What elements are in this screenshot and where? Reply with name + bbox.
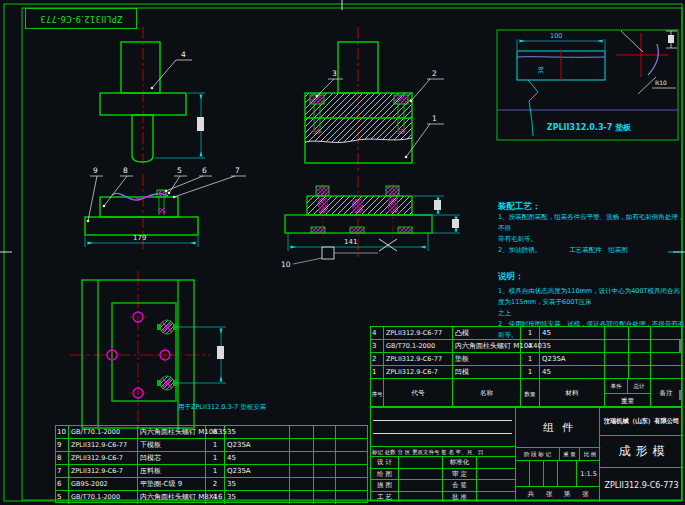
drawing-number: ZPLII312.9-C6-773 <box>600 468 683 502</box>
title-block-middle: 组件 阶 段 标 记 重 量 比 例 1:1.5 共 张 第 张 <box>516 408 600 502</box>
role-process: 工 艺 <box>371 492 399 503</box>
bom-unit-weight <box>605 366 629 378</box>
callout-9: 9 <box>93 166 98 175</box>
bom-note <box>651 327 681 339</box>
table-row: 4 ZPLII312.9-C6-77 凸模 1 45 <box>371 327 681 340</box>
signature-cell <box>399 469 443 480</box>
bom-seq: 2 <box>371 353 384 365</box>
bom-qty: 1 <box>521 353 540 365</box>
bom-material: 35 <box>540 340 605 352</box>
product-name: 成形模 <box>600 436 683 468</box>
dim-text-blob <box>197 117 204 131</box>
bom-note <box>336 465 367 477</box>
bom-qty: 1 <box>206 439 225 451</box>
role-standardization: 标准化 <box>443 457 477 468</box>
bom-seq: 3 <box>371 340 384 352</box>
bom-code: ZPLII312.9-C6-7 <box>69 465 138 477</box>
bom-code: ZPLII312.9-C6-7 <box>69 452 138 464</box>
callout-4: 4 <box>181 50 186 59</box>
view-lowerdie-front: 179 <box>85 174 246 252</box>
bom-code: GB/T70.1-2000 <box>69 491 138 504</box>
bom-unit-weight <box>290 439 314 451</box>
callout-2: 2 <box>432 69 437 78</box>
bom-code: ZPLII312.9-C6-77 <box>384 327 453 339</box>
bom-header-row: 序号 代号 名称 数量 材料 单件 总计 重量 备注 <box>371 379 681 408</box>
bom-note <box>336 478 367 490</box>
table-row: 3 GB/T70.1-2000 内六角圆柱头螺钉 M10X40 4 35 <box>371 340 681 353</box>
bom-header-material: 材料 <box>540 379 605 408</box>
role-examine: 审 定 <box>443 469 477 480</box>
note-line: 1、按装配图装配，组装各件应平整、流畅，如有毛刺倒角处理，不得 <box>498 212 685 234</box>
table-row: 2 ZPLII312.9-C6-77 垫板 1 Q235A <box>371 353 681 366</box>
bom-note <box>651 366 681 378</box>
section-x-mark <box>379 239 397 251</box>
leaders <box>87 176 246 222</box>
note-line: 2、加油防锈。 工艺装配件 组装图 <box>498 245 685 256</box>
scale-header: 比 例 <box>580 448 600 460</box>
bom-name: 凸模 <box>453 327 521 339</box>
stage-header-row: 阶 段 标 记 重 量 比 例 <box>516 448 600 461</box>
callout-6: 6 <box>202 166 207 175</box>
bom-name: 内六角圆柱头螺钉 M10X40 <box>453 340 521 352</box>
callout-7: 7 <box>235 166 240 175</box>
bom-qty: 1 <box>521 366 540 378</box>
bom-total-weight <box>629 340 651 352</box>
bom-material: Q235A <box>540 353 605 365</box>
stage-cell <box>530 461 544 486</box>
datum-square <box>322 247 334 259</box>
role-trace: 描 图 <box>371 480 399 491</box>
bom-material: Q235A <box>225 439 290 451</box>
table-row: 7 ZPLII312.9-C6-7 压料板 1 Q235A <box>56 465 367 478</box>
bom-table-upper: 4 ZPLII312.9-C6-77 凸模 1 45 3 GB/T70.1-20… <box>370 326 682 407</box>
table-row: 10 GB/T70.1-2000 内六角圆柱头螺钉 M10X35 6 35 <box>56 426 367 439</box>
bom-header-total: 总计 <box>628 379 650 393</box>
bom-total-weight <box>629 366 651 378</box>
revision-rows <box>371 408 516 447</box>
bom-seq: 9 <box>56 439 69 451</box>
bom-name: 压料板 <box>138 465 206 477</box>
bom-code: ZPLII312.9-C6-77 <box>69 439 138 451</box>
bom-seq: 10 <box>56 426 69 438</box>
title-block-right: 汶瑞机械（山东）有限公司 成形模 ZPLII312.9-C6-773 <box>600 408 683 502</box>
small-screw <box>157 190 166 215</box>
bom-total-weight <box>629 353 651 365</box>
bom-material: 45 <box>540 366 605 378</box>
bom-code: ZPLII312.9-C6-77 <box>384 353 453 365</box>
bom-material: 35 <box>225 426 290 438</box>
bom-name: 垫板 <box>453 353 521 365</box>
bom-name: 平垫圈-C级 9 <box>138 478 206 490</box>
note-line: 之上 <box>498 308 685 319</box>
bom-header-code: 代号 <box>384 379 453 408</box>
bom-header-weight: 重量 <box>605 394 650 408</box>
bom-seq: 1 <box>371 366 384 378</box>
bom-unit-weight <box>605 353 629 365</box>
table-row: 6 GB95-2002 平垫圈-C级 9 2 35 <box>56 478 367 491</box>
bom-seq: 7 <box>56 465 69 477</box>
dim-text: 141 <box>344 238 357 246</box>
detail-view-label: ZPLII312.0.3-7 垫板 <box>505 122 673 133</box>
bom-code: GB/T70.1-2000 <box>384 340 453 352</box>
stage-cell <box>544 461 558 486</box>
view-upperdie-section <box>305 27 444 173</box>
callout-10: 10 <box>281 260 291 269</box>
title-block-revision-area: 标记 处数 分 区 更改文件号 签 名 年、月、日 设 计 标准化 绘 图 审 … <box>371 408 516 502</box>
signature-cell <box>399 492 443 503</box>
bom-unit-weight <box>290 478 314 490</box>
bom-name: 内六角圆柱头螺钉 M8X16 <box>138 491 206 504</box>
bom-material: Q235A <box>225 465 290 477</box>
bom-note <box>336 452 367 464</box>
callout-3: 3 <box>332 69 337 78</box>
signature-cell <box>477 492 516 503</box>
bom-total-weight <box>629 327 651 339</box>
note-line: 带有毛刺等。 <box>498 234 685 245</box>
bom-seq: 5 <box>56 491 69 504</box>
bom-code: ZPLII312.9-C6-7 <box>384 366 453 378</box>
bom-unit-weight <box>290 465 314 477</box>
bom-header-seq: 序号 <box>371 379 384 408</box>
bom-name: 凹模芯 <box>138 452 206 464</box>
role-draw: 绘 图 <box>371 469 399 480</box>
bom-qty: 2 <box>206 478 225 490</box>
bom-name: 凹模 <box>453 366 521 378</box>
cad-drawing-canvas[interactable]: 179 <box>0 0 685 505</box>
bom-material: 45 <box>225 452 290 464</box>
